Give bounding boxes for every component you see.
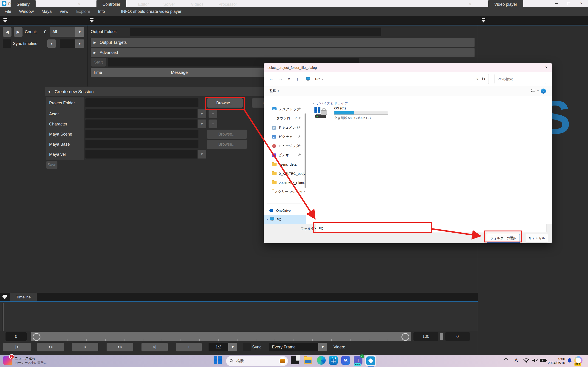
refresh-icon[interactable]: ↻ [482,76,485,82]
center-filter-icon[interactable] [89,18,94,23]
sidebar-item-music[interactable]: ♪ ミュージック [264,141,306,150]
news-title[interactable]: ニュース速報 [15,356,36,361]
chevron-right-icon[interactable]: › [266,209,267,212]
maximize-button[interactable] [563,0,574,7]
output-folder-input[interactable] [130,27,381,36]
timeline-filter-icon[interactable] [2,295,7,299]
menu-maya[interactable]: Maya [42,9,52,14]
project-folder-input[interactable] [86,98,199,107]
sync-mode-select[interactable]: Every Frame ▼ [269,343,327,351]
character-add-button[interactable]: + [208,119,217,128]
back-icon[interactable]: ← [267,74,275,84]
sidebar-item-videos[interactable]: ▶ ビデオ [264,150,306,160]
sync-timeline-checkbox[interactable] [3,40,11,48]
advanced-section[interactable]: ▶ Advanced [91,48,475,57]
sidebar-item-desktop[interactable]: デスクトップ [264,105,306,114]
gallery-filter-select[interactable]: All ▼ [50,27,84,37]
range-handle-left[interactable] [33,333,40,341]
address-bar[interactable]: › PC › ∨ ↻ [304,74,489,84]
timeline-canvas[interactable] [0,302,478,331]
close-button[interactable]: × [576,0,587,7]
go-start-button[interactable]: |< [3,343,31,351]
history-chevron-icon[interactable]: ∨ [285,74,292,84]
app-icon-dark[interactable] [291,356,299,364]
current-frame-box[interactable]: 0 [445,332,470,341]
sidebar-item-pictures[interactable]: ピクチャ [264,132,306,141]
tab-video-player[interactable]: Video player [488,0,523,9]
tab-timeline[interactable]: Timeline [10,293,37,302]
gallery-next-button[interactable]: ▶ [14,27,23,37]
edge-icon[interactable] [317,356,326,365]
actor-select[interactable]: ▼ [86,109,206,118]
actor-add-button[interactable]: + [208,109,217,118]
play-button[interactable]: > [72,343,98,351]
timeline-range-slider[interactable] [31,332,411,341]
maya-base-input[interactable] [86,140,199,148]
taskbar-search[interactable]: 検索 [226,356,288,366]
address-dropdown-icon[interactable]: ∨ [476,77,479,81]
menu-info[interactable]: Info [98,9,105,14]
gallery-close-icon[interactable]: × [78,1,81,7]
tab-solver[interactable]: Solver [157,0,181,9]
character-select[interactable]: ▼ [86,119,206,128]
project-folder-browse-button[interactable]: Browse... [207,98,243,108]
step-back-button[interactable]: << [37,343,64,351]
cancel-button[interactable]: キャンセル [526,234,548,242]
group-collapse-icon[interactable]: ∨ [313,102,314,105]
gallery-filter-icon[interactable] [3,18,8,23]
drive-item[interactable]: OS (C:) 空き領域 580 GB/926 GB [314,106,390,120]
organize-button[interactable]: 整理 [269,89,276,93]
range-start-box[interactable]: 0 [6,332,27,341]
dialog-close-icon[interactable]: × [541,63,552,72]
sidebar-item-folder-pland[interactable]: 20240607_PlanD [264,178,306,187]
sidebar-item-folder-xsens[interactable]: xsens_deta [264,160,306,169]
breadcrumb-pc[interactable]: PC [315,77,320,81]
tab-videos[interactable]: Videos [185,0,209,9]
wifi-icon[interactable] [523,358,529,363]
chevron-down-icon[interactable]: ▾ [537,90,539,92]
minimize-button[interactable] [551,0,562,7]
fcs-app-icon-active[interactable] [365,355,376,366]
gallery-secondary-select[interactable]: ▼ [60,40,84,48]
file-explorer-icon[interactable] [304,356,312,364]
menu-window[interactable]: Window [19,9,34,14]
sidebar-item-folder-screenshots[interactable]: スクリーンショット [264,187,306,196]
teams-icon[interactable]: T ✓ NEW [354,356,363,365]
step-forward-button[interactable]: >> [107,343,133,351]
tab-editor[interactable]: Editor [132,0,155,9]
help-icon[interactable]: ? [541,89,546,94]
start-button[interactable] [214,356,222,364]
chevron-down-icon[interactable]: ∨ [266,218,268,221]
sync-checkbox[interactable] [243,343,251,351]
folder-name-input[interactable] [316,224,547,232]
search-box[interactable] [494,74,546,84]
volume-muted-icon[interactable] [532,358,538,363]
news-subtitle[interactable]: カーレース中の事故... [15,361,47,365]
ime-indicator[interactable]: A [515,357,518,363]
range-end-box[interactable]: 100 [414,332,438,341]
store-icon[interactable] [329,356,338,365]
sidebar-item-pc[interactable]: ∨ PC [264,215,306,224]
battery-charging-icon[interactable] [540,359,547,362]
notification-bell-icon[interactable] [567,358,572,364]
timeline-playhead[interactable] [3,303,3,331]
tray-clock[interactable]: 9:50 2024/06/10 [547,357,565,365]
maya-ver-select[interactable]: ▼ [86,150,206,158]
view-mode-icon[interactable] [531,89,535,93]
spinner-handle[interactable] [440,333,443,340]
sidebar-item-folder-keltec[interactable]: 0_KELTEC_body [264,169,306,178]
gallery-prev-button[interactable]: ◀ [3,27,11,37]
menu-file[interactable]: File [5,9,11,14]
sidebar-scrollbar[interactable] [304,113,306,188]
tab-processor[interactable]: Processor [212,0,243,9]
range-handle-right[interactable] [401,333,409,341]
dialog-titlebar[interactable]: select_project_folder_file_dialog [264,63,552,72]
output-targets-section[interactable]: ▶ Output Targets [91,38,475,47]
sync-dropdown-button[interactable]: ▼ [47,40,56,48]
search-input[interactable] [495,77,544,81]
ratio-select[interactable]: 1:2 ▼ [208,343,237,351]
center-close-icon[interactable]: × [468,1,472,7]
sidebar-item-documents[interactable]: ドキュメント [264,123,306,132]
menu-view[interactable]: View [60,9,69,14]
sidebar-item-onedrive[interactable]: › OneDrive [264,206,306,215]
